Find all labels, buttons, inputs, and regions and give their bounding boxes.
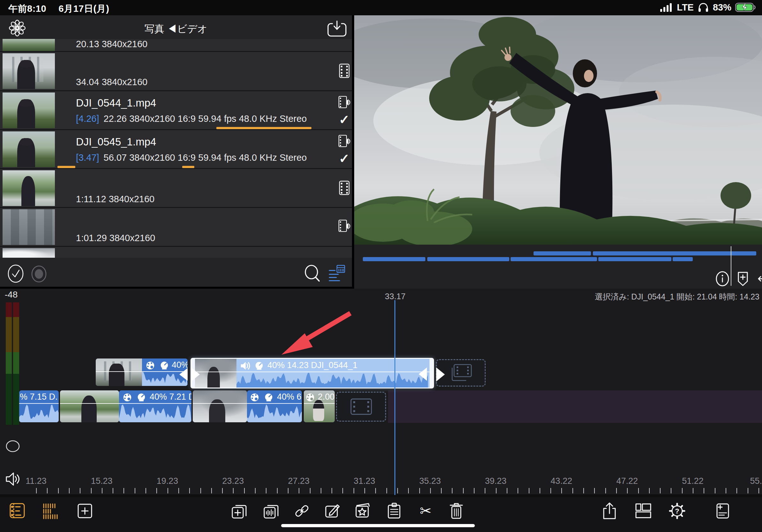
clip-title-divider [193,403,247,404]
video-preview[interactable] [354,15,762,245]
clip-thumbnail [195,359,236,387]
clip-label: 40% 6.18 [277,392,302,402]
trim-handle-right-icon[interactable] [190,367,200,382]
import-download-icon[interactable] [327,21,347,37]
clip-in-point: [3.47] [76,153,99,163]
solo-circle-icon[interactable] [5,440,20,453]
clip-label: 2.00 [318,392,335,402]
clip-label: 40% 7.21 DJI [150,392,191,402]
clip-in-point: [4.26] [76,113,99,124]
timeline-clip-overlay-1[interactable]: 40% [96,359,188,386]
usage-bar [57,166,75,168]
timeline-clip-partial[interactable]: % 7.15 D. [19,390,59,422]
clip-label: % 7.15 D. [20,392,58,402]
overview-playhead[interactable] [731,246,731,286]
film-audio-icon [338,135,351,148]
clip-title-divider [96,371,188,372]
clip-duration-resolution: 20.13 3840x2160 [76,39,147,49]
timeline-clip-thumb[interactable] [60,390,119,422]
settings-help-button[interactable]: ? [668,502,686,520]
media-row[interactable]: 1:11.12 3840x2160 [0,169,352,208]
meter-amber-right [13,317,19,352]
timeline-playhead[interactable] [394,300,395,495]
project-manager-button[interactable] [714,502,731,520]
info-icon[interactable] [715,271,730,287]
search-icon[interactable] [303,264,322,283]
ruler-label: 23.23 [222,476,244,486]
multi-select-icon[interactable] [7,264,24,283]
clip-badges [145,361,170,370]
split-scissors-button[interactable]: ✂ [417,502,435,520]
clip-duration-resolution: 1:01.29 3840x2160 [76,233,155,243]
meter-darkgreen-right [13,374,19,425]
library-footer [0,258,352,287]
timeline-clip-thumb[interactable]: 2.00 [304,390,335,422]
timeline-clip-thumb[interactable] [193,390,247,422]
speed-icon [254,361,264,371]
audio-tracks-button[interactable] [42,502,60,520]
media-row[interactable]: 34.04 3840x2160 [0,52,352,91]
overview-clip-bar [673,257,693,261]
timeline-clip-selected-dji-0544[interactable]: 40% 14.23 DJI_0544_1 [190,358,434,388]
clip-title-divider [60,403,119,404]
insert-overlay-button[interactable] [230,502,248,520]
help-mark: ? [675,507,679,515]
carrier-label: LTE [677,2,694,13]
library-source-title[interactable]: 写真 ◀ビデオ [0,22,352,36]
insert-audio-button[interactable] [262,502,280,520]
ruler-label: 43.22 [551,476,572,486]
speaker-mute-icon[interactable] [5,471,20,487]
clip-right-edge[interactable] [429,359,433,387]
trim-tool-icon[interactable] [758,271,762,287]
audio-waveform [236,373,428,387]
edit-clip-button[interactable] [324,502,342,520]
ruler-label: 47.22 [616,476,638,486]
color-palette-icon [305,392,315,403]
media-row-dji-0545[interactable]: DJI_0545_1.mp4 [3.47]56.07 3840x2160 16:… [0,130,352,169]
insert-clip-button[interactable] [76,502,94,520]
clip-badges [305,392,315,403]
scissors-icon: ✂ [420,504,432,518]
clip-metadata: [4.26]22.26 3840x2160 16:9 59.94 fps 48.… [76,113,307,124]
delete-trash-button[interactable] [447,502,465,520]
overview-clip-bar [593,251,756,255]
media-row-dji-0544[interactable]: DJI_0544_1.mp4 [4.26]22.26 3840x2160 16:… [0,91,352,130]
layout-button[interactable] [634,502,652,520]
marker-icon[interactable] [736,271,750,287]
meter-green-left [6,352,12,374]
film-icon [338,180,350,195]
film-audio-icon [338,220,351,233]
meter-db-label: -48 [2,290,21,300]
film-frame-icon [350,398,372,415]
trim-handle-left-icon[interactable] [418,367,427,381]
trim-handle-right-icon[interactable] [435,367,445,382]
clipboard-button[interactable] [385,502,403,520]
media-row[interactable]: 1:01.29 3840x2160 [0,208,352,247]
clip-filename: DJI_0545_1.mp4 [76,136,156,148]
sort-list-icon[interactable] [329,265,345,283]
media-row-partial-top[interactable]: 20.13 3840x2160 [0,39,352,52]
main-track-lane[interactable] [388,390,762,423]
share-export-button[interactable] [600,502,618,520]
effects-star-button[interactable] [354,502,372,520]
record-voiceover-icon[interactable] [31,265,47,283]
link-clips-button[interactable] [293,502,311,520]
trim-handle-left-icon[interactable] [179,367,188,381]
timeline-clip-dji[interactable]: 40% 6.18 [247,390,302,422]
track-headers-button[interactable] [9,502,27,520]
audio-waveform [247,404,302,422]
clip-badges [240,361,264,371]
clock: 午前8:10 [8,4,46,14]
clip-drop-placeholder-main[interactable] [336,392,386,422]
ruler-label: 15.23 [91,476,113,486]
timeline-panel: 33.17 選択済み: DJI_0544_1 開始: 21.04 時間: 14.… [0,289,762,497]
home-indicator[interactable] [281,524,475,527]
color-palette-icon [122,392,132,403]
clip-title-divider [191,371,433,372]
status-right-cluster: LTE 83% [660,2,756,13]
clip-duration-resolution: 34.04 3840x2160 [76,77,147,87]
timeline-clip-dji[interactable]: 40% 7.21 DJI [119,390,191,422]
speed-icon [264,392,274,403]
media-row-partial-bottom[interactable] [0,247,352,258]
clip-metadata: [3.47]56.07 3840x2160 16:9 59.94 fps 48.… [76,153,307,163]
